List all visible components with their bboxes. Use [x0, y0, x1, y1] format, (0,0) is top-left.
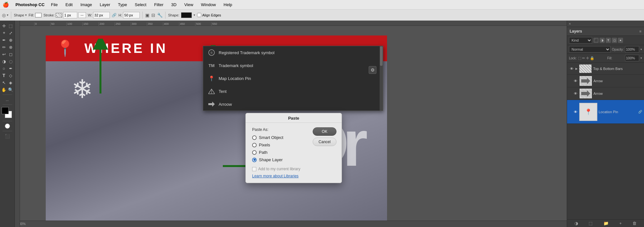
dodge-tool[interactable]: ○: [1, 65, 7, 72]
add-adjustment-btn[interactable]: ◑: [574, 221, 578, 226]
quick-mask-mode[interactable]: [4, 123, 11, 129]
cancel-button[interactable]: Cancel: [313, 138, 336, 146]
menu-file[interactable]: File: [50, 2, 59, 8]
pixel-filter-icon[interactable]: ⬛: [593, 38, 599, 43]
add-group-btn[interactable]: 📁: [603, 221, 609, 226]
link-icon[interactable]: 🔗: [112, 13, 117, 17]
radio-shape-layer[interactable]: [252, 158, 257, 162]
hand-tool[interactable]: ✋: [1, 86, 7, 93]
menu-edit[interactable]: Edit: [64, 2, 74, 8]
shape-item-arrow[interactable]: Arroow: [203, 98, 383, 111]
layer-visibility-arrow-2[interactable]: 👁: [573, 92, 578, 95]
layer-visibility-arrow-1[interactable]: 👁: [573, 79, 578, 83]
tent-icon: [208, 87, 215, 95]
layer-item-arrow-2[interactable]: 👁 Arrow: [567, 87, 644, 100]
layer-visibility-top-bottom-bars[interactable]: 👁: [569, 67, 574, 71]
menu-select[interactable]: Select: [133, 2, 147, 8]
align-edges-checkbox[interactable]: [197, 13, 201, 17]
shape-item-trademark[interactable]: TM Trademark symbol: [203, 59, 383, 72]
radio-smart-object[interactable]: [252, 135, 257, 140]
radio-path[interactable]: [252, 150, 257, 155]
align-icon[interactable]: ⊟: [151, 13, 155, 18]
menu-view[interactable]: View: [183, 2, 194, 8]
layer-visibility-location-pin[interactable]: 👁: [573, 110, 578, 114]
shape-picker[interactable]: Shape: ▾: [168, 12, 195, 18]
shape-item-registered[interactable]: ® Registered Trademark symbol: [203, 46, 383, 59]
menu-filter[interactable]: Filter: [153, 2, 165, 8]
opacity-input[interactable]: [625, 46, 639, 53]
layer-item-location-pin[interactable]: 👁 📍 Location Pin 🔗: [567, 100, 644, 124]
menu-image[interactable]: Image: [79, 2, 93, 8]
stroke-size-input[interactable]: [63, 12, 77, 18]
delete-layer-btn[interactable]: 🗑: [632, 221, 637, 226]
shape-mode-select[interactable]: Shape ▾: [14, 13, 27, 17]
apple-menu[interactable]: 🍎: [3, 2, 9, 8]
width-input[interactable]: [93, 12, 110, 18]
type-tool[interactable]: T: [1, 72, 7, 79]
crop-tool[interactable]: ⤢: [7, 30, 14, 36]
layer-item-arrow-1[interactable]: 👁 Arrow: [567, 75, 644, 87]
3d-tool[interactable]: ◈: [7, 79, 14, 86]
extras-tool[interactable]: …: [4, 96, 11, 103]
menu-help[interactable]: Help: [222, 2, 233, 8]
type-filter-icon[interactable]: T: [606, 38, 611, 43]
lock-artboard-icon[interactable]: ✛: [586, 56, 589, 60]
history-tool[interactable]: ↩: [1, 51, 7, 57]
select-tool[interactable]: ↖: [1, 79, 7, 86]
shape-item-map-pin[interactable]: 📍 Map Location Pin: [203, 72, 383, 85]
blend-mode-select[interactable]: Normal: [569, 46, 611, 53]
library-checkbox[interactable]: [252, 167, 256, 171]
foreground-color[interactable]: [2, 107, 9, 114]
blur-tool[interactable]: ◌: [7, 58, 14, 64]
height-input[interactable]: [123, 12, 140, 18]
path-tool[interactable]: ◇: [7, 72, 14, 79]
dialog-title: Paste: [288, 116, 299, 121]
ok-button[interactable]: OK: [313, 127, 336, 136]
shape-item-tent[interactable]: Tent: [203, 85, 383, 98]
panel-menu-btn[interactable]: ≡: [639, 29, 641, 33]
add-mask-btn[interactable]: ⬚: [589, 221, 592, 226]
paste-option-path[interactable]: Path: [252, 150, 335, 155]
move-tool[interactable]: ✛: [1, 23, 7, 29]
canvas[interactable]: 📍 WHERE IN O r ❄: [20, 26, 567, 227]
fill-input[interactable]: [625, 55, 639, 61]
tool-preset[interactable]: ◎ ▾: [2, 13, 8, 18]
radio-pixels[interactable]: [252, 143, 257, 147]
add-layer-btn[interactable]: +: [619, 221, 622, 226]
pen-tool[interactable]: ✒: [7, 65, 14, 72]
brush-tool[interactable]: ✏: [1, 44, 7, 50]
lock-all-icon[interactable]: 🔒: [590, 56, 594, 60]
eraser-tool[interactable]: ◻: [7, 51, 14, 57]
smart-filter-icon[interactable]: ●: [618, 38, 623, 43]
lasso-tool[interactable]: ⌖: [1, 30, 7, 36]
marquee-tool[interactable]: ⬚: [7, 23, 14, 29]
gradient-tool[interactable]: ◑: [1, 58, 7, 64]
layer-ops-icon[interactable]: 🔧: [157, 13, 163, 18]
menu-3d[interactable]: 3D: [170, 2, 178, 8]
fill-swatch[interactable]: [35, 13, 42, 17]
stroke-swatch[interactable]: [56, 13, 62, 17]
stroke-type-select[interactable]: —: [78, 12, 86, 18]
menu-type[interactable]: Type: [117, 2, 128, 8]
eyedropper-tool[interactable]: ✒: [1, 37, 7, 43]
layer-item-top-bottom-bars[interactable]: 👁 ▶ Top & Bottom Bars: [567, 63, 644, 75]
shape-filter-icon[interactable]: ◻: [612, 38, 617, 43]
clone-tool[interactable]: ⊗: [7, 44, 14, 50]
dropdown-scrollbar[interactable]: [380, 46, 383, 111]
lock-pixels-icon[interactable]: ⬚: [578, 56, 581, 60]
gear-button[interactable]: ⚙: [369, 66, 376, 74]
zoom-tool[interactable]: 🔍: [7, 86, 14, 93]
screen-mode[interactable]: ⬛: [4, 133, 11, 139]
adjustment-filter-icon[interactable]: ◑: [600, 38, 605, 43]
menu-window[interactable]: Window: [200, 2, 217, 8]
lock-position-icon[interactable]: ✏: [582, 56, 585, 60]
menu-layer[interactable]: Layer: [99, 2, 112, 8]
fill-expand-icon[interactable]: ▾: [640, 56, 642, 60]
paste-option-shape-layer[interactable]: Shape Layer: [252, 157, 335, 162]
transform-icon[interactable]: ▣: [145, 13, 149, 18]
opacity-expand-icon[interactable]: ▾: [640, 48, 642, 51]
spot-heal-tool[interactable]: ⊕: [7, 37, 14, 43]
learn-libraries-link[interactable]: Learn more about Libraries: [252, 174, 298, 178]
panel-collapse-icon[interactable]: «: [569, 22, 571, 25]
kind-select[interactable]: Kind: [569, 37, 592, 44]
